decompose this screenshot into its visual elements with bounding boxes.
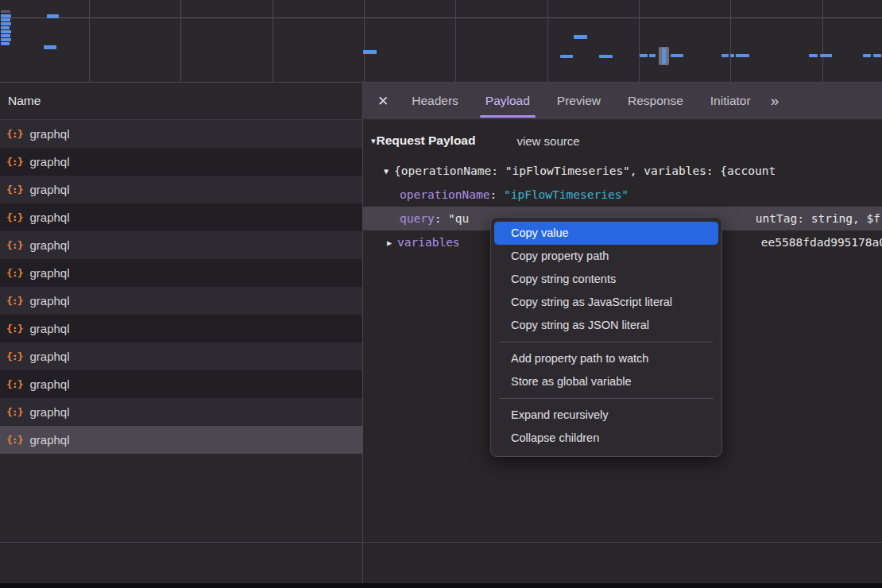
payload-operationname-row[interactable]: operationName: "ipFlowTimeseries" — [363, 183, 882, 207]
detail-tab[interactable]: Headers — [398, 83, 472, 119]
waterfall-bar — [599, 55, 613, 58]
tab-label: Headers — [412, 94, 458, 108]
property-value-left: "qu — [441, 212, 469, 225]
waterfall-bar — [671, 54, 683, 57]
context-menu-item[interactable]: Copy string as JSON literal — [494, 314, 718, 337]
property-value-right: ee5588fdad995178a0 — [761, 230, 882, 254]
close-icon[interactable]: ✕ — [377, 93, 389, 110]
network-request-row[interactable]: {:} graphql — [0, 398, 362, 426]
context-menu-item[interactable]: Collapse children — [494, 427, 718, 450]
view-source-link[interactable]: view source — [516, 134, 579, 148]
overview-selected-marker[interactable] — [659, 47, 669, 65]
waterfall-bar — [1, 22, 11, 25]
tab-label: Payload — [485, 94, 530, 108]
network-request-row[interactable]: {:} graphql — [0, 287, 362, 315]
network-overview-strip[interactable] — [0, 0, 882, 83]
context-menu: Copy value Copy property path Copy strin… — [490, 217, 722, 457]
context-menu-item[interactable]: Store as global variable — [494, 370, 718, 393]
menu-item-label: Add property path to watch — [511, 352, 648, 365]
tab-label: Preview — [557, 94, 601, 108]
waterfall-bar — [47, 14, 59, 18]
waterfall-bar — [1, 30, 11, 33]
detail-tab[interactable]: Response — [614, 83, 697, 119]
property-key: query — [400, 212, 435, 225]
tab-label: Response — [628, 94, 683, 108]
column-header-name[interactable]: Name — [0, 83, 362, 120]
waterfall-bar — [560, 55, 573, 58]
network-request-row[interactable]: {:} graphql — [0, 342, 362, 370]
request-name: graphql — [29, 433, 69, 447]
context-menu-item[interactable] — [499, 342, 714, 342]
waterfall-bar — [1, 38, 11, 41]
payload-root-preview: {operationName: "ipFlowTimeseries", vari… — [394, 164, 776, 177]
waterfall-bar — [640, 54, 648, 57]
context-menu-item[interactable]: Add property path to watch — [494, 347, 718, 370]
network-request-row[interactable]: {:} graphql — [0, 315, 362, 342]
network-request-row[interactable]: {:} graphql — [0, 203, 362, 231]
detail-tab[interactable]: Initiator — [697, 83, 764, 119]
menu-item-label: Collapse children — [511, 431, 599, 444]
context-menu-item[interactable] — [499, 398, 714, 399]
json-resource-icon: {:} — [6, 295, 22, 307]
json-resource-icon: {:} — [6, 156, 22, 168]
waterfall-bar — [873, 54, 881, 57]
request-name: graphql — [29, 238, 69, 252]
json-resource-icon: {:} — [6, 378, 22, 390]
property-key: operationName — [400, 188, 490, 201]
waterfall-bar — [1, 34, 10, 37]
json-resource-icon: {:} — [6, 406, 22, 418]
name-header-label: Name — [8, 94, 41, 107]
request-name: graphql — [29, 322, 69, 335]
overview-bars — [0, 0, 882, 82]
waterfall-bar — [574, 35, 587, 39]
request-list-panel: Name {:} graphql {:} graphql {:} graphql — [0, 83, 362, 588]
expand-right-icon[interactable]: ▶ — [387, 231, 392, 254]
json-resource-icon: {:} — [6, 323, 22, 335]
request-name: graphql — [29, 211, 69, 224]
context-menu-item[interactable]: Copy value — [494, 222, 718, 245]
json-resource-icon: {:} — [6, 350, 22, 362]
waterfall-bar — [1, 18, 10, 21]
network-request-row[interactable]: {:} graphql — [0, 426, 362, 454]
network-request-row[interactable]: {:} graphql — [0, 231, 362, 259]
json-resource-icon: {:} — [6, 267, 22, 279]
menu-item-label: Expand recursively — [511, 408, 609, 421]
section-collapse-icon[interactable]: ▾ — [371, 136, 376, 146]
devtools-network-panel: Name {:} graphql {:} graphql {:} graphql — [0, 0, 882, 588]
more-tabs-icon[interactable]: » — [771, 92, 778, 110]
waterfall-bar — [820, 54, 832, 57]
request-name: graphql — [29, 266, 69, 280]
network-request-row[interactable]: {:} graphql — [0, 259, 362, 287]
detail-tab[interactable]: Payload — [472, 83, 544, 119]
waterfall-bar — [1, 26, 10, 29]
waterfall-bar — [730, 54, 734, 57]
network-request-row[interactable]: {:} graphql — [0, 370, 362, 398]
request-name: graphql — [29, 183, 69, 196]
colon: : — [490, 188, 497, 201]
request-name: graphql — [29, 377, 69, 391]
context-menu-item[interactable]: Copy string contents — [494, 268, 718, 291]
context-menu-item[interactable]: Copy property path — [494, 245, 718, 268]
payload-root-row[interactable]: ▼{operationName: "ipFlowTimeseries", var… — [363, 159, 882, 183]
menu-item-label: Copy string as JavaScript literal — [511, 296, 672, 308]
request-payload-section-header[interactable]: ▾ Request Payload view source — [371, 133, 580, 148]
waterfall-bar — [721, 54, 729, 57]
detail-tab[interactable]: Preview — [544, 83, 614, 119]
request-name: graphql — [29, 127, 69, 141]
context-menu-item[interactable]: Expand recursively — [494, 404, 718, 427]
expand-down-icon[interactable]: ▼ — [384, 160, 389, 183]
network-request-row[interactable]: {:} graphql — [0, 120, 362, 148]
network-request-row[interactable]: {:} graphql — [0, 148, 362, 176]
json-resource-icon: {:} — [6, 184, 22, 195]
waterfall-bar — [736, 54, 749, 57]
menu-item-label: Copy value — [511, 226, 569, 239]
waterfall-bar — [1, 14, 11, 17]
property-value-right: untTag: string, $f — [756, 207, 880, 230]
request-name: graphql — [29, 350, 69, 363]
context-menu-item[interactable]: Copy string as JavaScript literal — [494, 291, 718, 314]
network-request-row[interactable]: {:} graphql — [0, 176, 362, 203]
overview-selected-tick — [662, 48, 666, 64]
waterfall-bar — [1, 10, 10, 13]
request-name: graphql — [29, 294, 69, 308]
property-key: variables — [397, 236, 460, 249]
